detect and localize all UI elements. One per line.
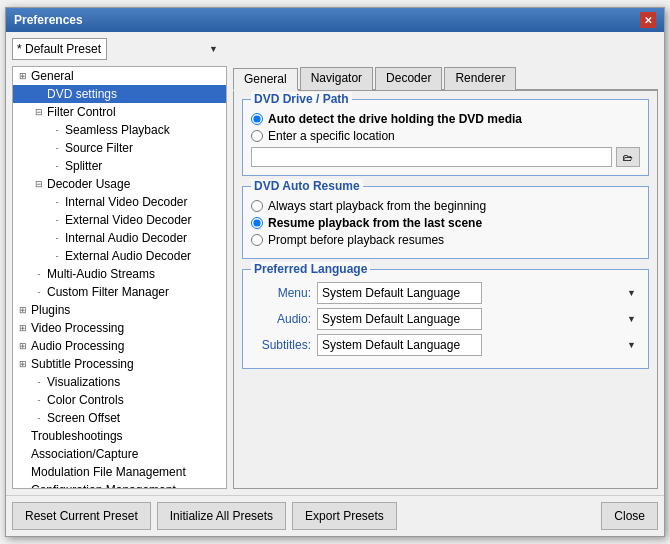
tree-item-multi-audio[interactable]: - Multi-Audio Streams <box>13 265 226 283</box>
tree-label: Association/Capture <box>31 447 138 461</box>
expander-icon <box>31 87 47 101</box>
preferred-language-content: Menu: System Default Language Audio: <box>251 282 640 356</box>
tab-renderer[interactable]: Renderer <box>444 67 516 90</box>
tree-item-source-filter[interactable]: - Source Filter <box>13 139 226 157</box>
dvd-drive-title: DVD Drive / Path <box>251 92 352 106</box>
tree-label: External Video Decoder <box>65 213 192 227</box>
dvd-drive-section: DVD Drive / Path Auto detect the drive h… <box>242 99 649 176</box>
tree-item-visualizations[interactable]: - Visualizations <box>13 373 226 391</box>
tree-item-general[interactable]: ⊞ General <box>13 67 226 85</box>
expander-icon: ⊞ <box>15 339 31 353</box>
tree-label: Splitter <box>65 159 102 173</box>
tree-label: Decoder Usage <box>47 177 130 191</box>
tree-label: Audio Processing <box>31 339 124 353</box>
tree-item-screen-offset[interactable]: - Screen Offset <box>13 409 226 427</box>
tree-label: Internal Audio Decoder <box>65 231 187 245</box>
menu-lang-row: Menu: System Default Language <box>251 282 640 304</box>
expander-icon <box>15 429 31 443</box>
radio-always[interactable] <box>251 200 263 212</box>
tree-item-dvd-settings[interactable]: DVD settings <box>13 85 226 103</box>
tree-item-troubleshootings[interactable]: Troubleshootings <box>13 427 226 445</box>
audio-lang-row: Audio: System Default Language <box>251 308 640 330</box>
subtitles-lang-select[interactable]: System Default Language <box>317 334 482 356</box>
expander-icon <box>15 483 31 489</box>
tree-item-filter-control[interactable]: ⊟ Filter Control <box>13 103 226 121</box>
tree-label: Screen Offset <box>47 411 120 425</box>
tree-item-plugins[interactable]: ⊞ Plugins <box>13 301 226 319</box>
tab-decoder[interactable]: Decoder <box>375 67 442 90</box>
radio-resume[interactable] <box>251 217 263 229</box>
tree-item-external-audio-decoder[interactable]: - External Audio Decoder <box>13 247 226 265</box>
tree-item-seamless-playback[interactable]: - Seamless Playback <box>13 121 226 139</box>
tree-item-config-mgmt[interactable]: Configuration Management <box>13 481 226 489</box>
preset-dropdown[interactable]: * Default Preset <box>12 38 107 60</box>
tree-item-video-processing[interactable]: ⊞ Video Processing <box>13 319 226 337</box>
expander-icon: ⊞ <box>15 357 31 371</box>
tree-item-association[interactable]: Association/Capture <box>13 445 226 463</box>
initialize-presets-button[interactable]: Initialize All Presets <box>157 502 286 530</box>
radio-specific-label: Enter a specific location <box>268 129 395 143</box>
dvd-drive-content: Auto detect the drive holding the DVD me… <box>251 112 640 167</box>
expander-icon: - <box>49 123 65 137</box>
menu-lang-select[interactable]: System Default Language <box>317 282 482 304</box>
tree-item-internal-video-decoder[interactable]: - Internal Video Decoder <box>13 193 226 211</box>
expander-icon: - <box>31 375 47 389</box>
tab-general[interactable]: General <box>233 68 298 91</box>
browse-icon: 🗁 <box>623 152 633 163</box>
tree-item-modulation[interactable]: Modulation File Management <box>13 463 226 481</box>
preferred-language-title: Preferred Language <box>251 262 370 276</box>
menu-lang-select-wrapper: System Default Language <box>317 282 640 304</box>
expander-icon <box>15 465 31 479</box>
tree-item-splitter[interactable]: - Splitter <box>13 157 226 175</box>
tabs-row: General Navigator Decoder Renderer <box>233 66 658 91</box>
expander-icon: - <box>49 249 65 263</box>
browse-button[interactable]: 🗁 <box>616 147 640 167</box>
dvd-auto-resume-content: Always start playback from the beginning… <box>251 199 640 247</box>
radio-specific-location[interactable] <box>251 130 263 142</box>
radio-row-prompt: Prompt before playback resumes <box>251 233 640 247</box>
expander-icon: - <box>49 141 65 155</box>
audio-lang-select[interactable]: System Default Language <box>317 308 482 330</box>
expander-icon <box>15 447 31 461</box>
expander-icon: ⊞ <box>15 321 31 335</box>
expander-icon: ⊟ <box>31 105 47 119</box>
expander-icon: - <box>31 393 47 407</box>
tree-label: General <box>31 69 74 83</box>
expander-icon: ⊟ <box>31 177 47 191</box>
tree-label: Source Filter <box>65 141 133 155</box>
reset-preset-button[interactable]: Reset Current Preset <box>12 502 151 530</box>
tree-item-internal-audio-decoder[interactable]: - Internal Audio Decoder <box>13 229 226 247</box>
window-title: Preferences <box>14 13 83 27</box>
title-bar: Preferences ✕ <box>6 8 664 32</box>
tree-item-subtitle-processing[interactable]: ⊞ Subtitle Processing <box>13 355 226 373</box>
tree-item-decoder-usage[interactable]: ⊟ Decoder Usage <box>13 175 226 193</box>
tab-navigator[interactable]: Navigator <box>300 67 373 90</box>
expander-icon: - <box>31 267 47 281</box>
tree-item-color-controls[interactable]: - Color Controls <box>13 391 226 409</box>
tree-label: Color Controls <box>47 393 124 407</box>
preferred-language-section: Preferred Language Menu: System Default … <box>242 269 649 369</box>
expander-icon: - <box>49 231 65 245</box>
radio-row-auto: Auto detect the drive holding the DVD me… <box>251 112 640 126</box>
radio-auto-detect[interactable] <box>251 113 263 125</box>
tree-label: Visualizations <box>47 375 120 389</box>
export-presets-button[interactable]: Export Presets <box>292 502 397 530</box>
preferences-window: Preferences ✕ * Default Preset ⊞ General <box>5 7 665 537</box>
dvd-auto-resume-section: DVD Auto Resume Always start playback fr… <box>242 186 649 259</box>
path-input-field[interactable] <box>251 147 612 167</box>
tree-item-external-video-decoder[interactable]: - External Video Decoder <box>13 211 226 229</box>
preset-row: * Default Preset <box>12 38 658 60</box>
close-button[interactable]: Close <box>601 502 658 530</box>
radio-prompt-label: Prompt before playback resumes <box>268 233 444 247</box>
close-window-button[interactable]: ✕ <box>640 12 656 28</box>
tree-item-custom-filter-manager[interactable]: - Custom Filter Manager <box>13 283 226 301</box>
tree-item-audio-processing[interactable]: ⊞ Audio Processing <box>13 337 226 355</box>
content-area: * Default Preset ⊞ General <box>6 32 664 495</box>
right-content: DVD Drive / Path Auto detect the drive h… <box>233 91 658 489</box>
tree-label: Troubleshootings <box>31 429 123 443</box>
main-panels: ⊞ General DVD settings ⊟ Filter Control <box>12 66 658 489</box>
expander-icon: ⊞ <box>15 69 31 83</box>
tree-label: DVD settings <box>47 87 117 101</box>
radio-prompt[interactable] <box>251 234 263 246</box>
tree-label: Multi-Audio Streams <box>47 267 155 281</box>
